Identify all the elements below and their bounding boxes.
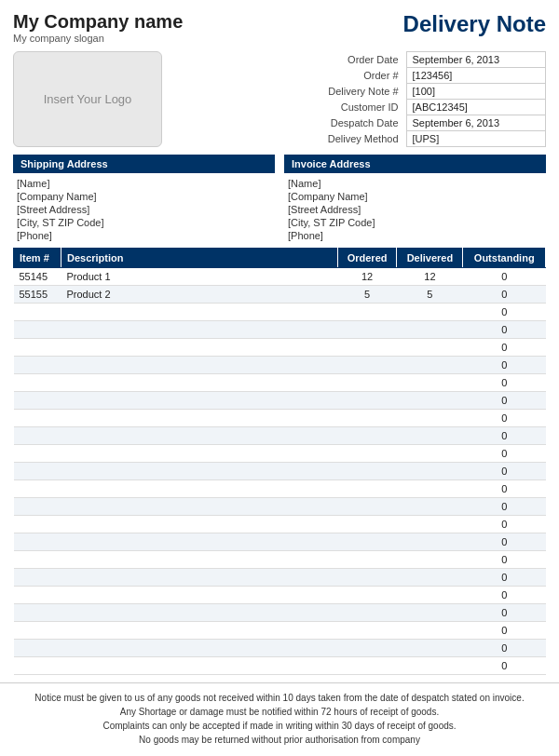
cell-ordered: [337, 339, 396, 357]
order-field-value: [123456]: [406, 68, 545, 84]
cell-description: [61, 640, 337, 657]
cell-outstanding: 0: [463, 622, 546, 640]
cell-item: [14, 357, 61, 374]
address-line: [Phone]: [13, 229, 275, 242]
shipping-address-lines: [Name][Company Name][Street Address][Cit…: [13, 177, 275, 242]
order-info-row: Delivey Method[UPS]: [304, 131, 546, 147]
cell-item: [14, 321, 61, 339]
cell-outstanding: 0: [463, 357, 546, 374]
cell-item: [14, 587, 61, 604]
cell-outstanding: 0: [463, 392, 546, 410]
cell-description: [61, 445, 337, 463]
table-row: 0: [14, 392, 546, 410]
table-row: 0: [14, 569, 546, 587]
cell-item: [14, 657, 61, 675]
cell-ordered: [337, 533, 396, 551]
table-row: 0: [14, 640, 546, 657]
cell-delivered: [397, 445, 463, 463]
cell-item: [14, 480, 61, 498]
cell-description: [61, 480, 337, 498]
cell-description: [61, 551, 337, 569]
address-line: [City, ST ZIP Code]: [13, 216, 275, 229]
cell-description: [61, 604, 337, 622]
table-row: 0: [14, 427, 546, 445]
cell-item: [14, 533, 61, 551]
cell-ordered: [337, 569, 396, 587]
shipping-address-header: Shipping Address: [13, 155, 275, 173]
cell-ordered: 12: [337, 268, 396, 286]
cell-description: Product 1: [61, 268, 337, 286]
cell-item: [14, 392, 61, 410]
invoice-address-header: Invoice Address: [284, 155, 546, 173]
cell-description: [61, 569, 337, 587]
order-field-label: Order #: [304, 68, 406, 84]
cell-ordered: [337, 374, 396, 392]
cell-item: [14, 604, 61, 622]
cell-ordered: [337, 410, 396, 427]
cell-item: [14, 622, 61, 640]
cell-item: [14, 427, 61, 445]
cell-ordered: [337, 321, 396, 339]
cell-ordered: [337, 304, 396, 321]
cell-ordered: [337, 445, 396, 463]
notice-line: No goods may be returned without prior a…: [13, 733, 546, 747]
table-row: 0: [14, 339, 546, 357]
address-line: [City, ST ZIP Code]: [284, 216, 546, 229]
cell-description: [61, 392, 337, 410]
order-field-label: Delivery Note #: [304, 84, 406, 100]
cell-ordered: [337, 463, 396, 480]
cell-item: [14, 339, 61, 357]
table-row: 0: [14, 357, 546, 374]
address-line: [Street Address]: [284, 203, 546, 216]
cell-description: [61, 516, 337, 533]
cell-description: [61, 357, 337, 374]
cell-item: [14, 445, 61, 463]
address-line: [Name]: [13, 177, 275, 190]
cell-outstanding: 0: [463, 587, 546, 604]
cell-description: [61, 463, 337, 480]
cell-delivered: [397, 357, 463, 374]
cell-outstanding: 0: [463, 498, 546, 516]
cell-outstanding: 0: [463, 427, 546, 445]
table-row: 0: [14, 657, 546, 675]
cell-delivered: [397, 622, 463, 640]
cell-outstanding: 0: [463, 463, 546, 480]
col-outstanding: Outstanding: [463, 249, 546, 268]
col-description: Description: [61, 249, 337, 268]
invoice-address-lines: [Name][Company Name][Street Address][Cit…: [284, 177, 546, 242]
notice-lines: Notice must be given to us of any goods …: [13, 691, 546, 747]
table-row: 55155 Product 2 5 5 0: [14, 286, 546, 304]
cell-item: [14, 516, 61, 533]
cell-delivered: [397, 640, 463, 657]
cell-ordered: [337, 587, 396, 604]
cell-outstanding: 0: [463, 516, 546, 533]
cell-delivered: [397, 410, 463, 427]
order-info: Order DateSeptember 6, 2013Order #[12345…: [304, 51, 546, 147]
top-section: Insert Your Logo Order DateSeptember 6, …: [0, 51, 559, 155]
cell-item: [14, 374, 61, 392]
cell-ordered: [337, 604, 396, 622]
cell-description: [61, 587, 337, 604]
cell-delivered: [397, 587, 463, 604]
cell-outstanding: 0: [463, 657, 546, 675]
cell-ordered: [337, 657, 396, 675]
cell-item: [14, 410, 61, 427]
order-field-value: [UPS]: [406, 131, 545, 147]
cell-description: [61, 304, 337, 321]
items-section: Item # Description Ordered Delivered Out…: [0, 248, 559, 675]
address-line: [Phone]: [284, 229, 546, 242]
shipping-address-block: Shipping Address [Name][Company Name][St…: [13, 155, 275, 242]
table-row: 0: [14, 463, 546, 480]
cell-delivered: [397, 463, 463, 480]
table-row: 0: [14, 480, 546, 498]
cell-outstanding: 0: [463, 268, 546, 286]
cell-description: [61, 533, 337, 551]
cell-description: [61, 321, 337, 339]
cell-ordered: [337, 480, 396, 498]
cell-outstanding: 0: [463, 445, 546, 463]
cell-outstanding: 0: [463, 640, 546, 657]
order-field-label: Order Date: [304, 52, 406, 68]
cell-description: [61, 410, 337, 427]
cell-delivered: [397, 339, 463, 357]
cell-ordered: 5: [337, 286, 396, 304]
